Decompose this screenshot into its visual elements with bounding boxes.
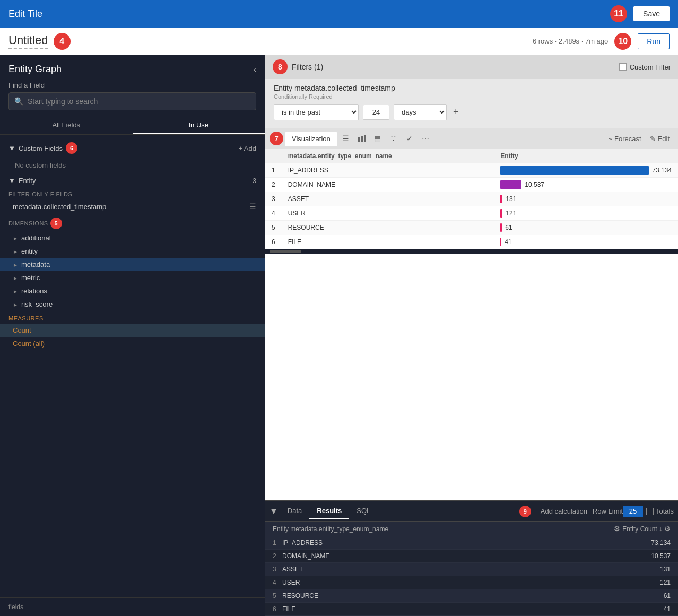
dimension-additional[interactable]: ►additional xyxy=(0,231,265,245)
timestamp-field[interactable]: metadata.collected_timestamp ☰ xyxy=(0,199,265,213)
viz-line-icon[interactable]: ▤ xyxy=(370,131,385,146)
filter-only-label: FILTER-ONLY FIELDS xyxy=(0,188,265,199)
dimension-relations[interactable]: ►relations xyxy=(0,284,265,298)
row-limit-input[interactable] xyxy=(623,506,643,517)
data-table-header: Entity metadata.entity_type_enum_name ⚙ … xyxy=(265,522,678,536)
row-bar: 61 xyxy=(494,221,678,235)
filter-controls: is in the past days + xyxy=(274,104,670,120)
viz-scatter-icon[interactable]: ∵ xyxy=(386,131,401,146)
tab-in-use[interactable]: In Use xyxy=(133,117,265,134)
dimension-metric-label: metric xyxy=(21,274,40,282)
edit-button[interactable]: ✎ Edit xyxy=(646,133,674,145)
dimension-metric[interactable]: ►metric xyxy=(0,271,265,284)
search-placeholder: Start typing to search xyxy=(28,97,98,106)
entity-label: Entity xyxy=(19,177,36,185)
chart-row: 6 FILE 41 xyxy=(265,235,678,249)
row-name: DOMAIN_NAME xyxy=(282,552,651,560)
dimension-risk-score-label: risk_score xyxy=(21,300,53,308)
bar-visual xyxy=(500,209,502,218)
dimension-metadata[interactable]: ►metadata xyxy=(0,258,265,271)
title-bar-right: 6 rows · 2.489s · 7m ago 10 Run xyxy=(533,33,670,50)
row-num: 4 xyxy=(265,206,282,221)
filter-value-input[interactable] xyxy=(363,105,389,120)
sidebar: Entity Graph ‹ Find a Field 🔍 Start typi… xyxy=(0,55,265,616)
tab-all-fields[interactable]: All Fields xyxy=(0,117,133,134)
viz-table-icon[interactable]: ☰ xyxy=(338,131,353,146)
dimension-entity[interactable]: ►entity xyxy=(0,245,265,258)
custom-filter-checkbox[interactable] xyxy=(619,63,627,71)
add-custom-field-button[interactable]: + Add xyxy=(238,144,256,152)
chart-row: 5 RESOURCE 61 xyxy=(265,221,678,235)
row-num: 1 xyxy=(265,163,282,178)
search-box[interactable]: 🔍 Start typing to search xyxy=(8,92,256,110)
col1-gear-icon[interactable]: ⚙ xyxy=(614,525,620,533)
dimension-relations-label: relations xyxy=(21,287,47,295)
viz-check-icon[interactable]: ✓ xyxy=(402,131,417,146)
filter-required: Conditionally Required xyxy=(274,93,670,100)
add-calculation-button[interactable]: Add calculation xyxy=(535,505,593,517)
row-name: USER xyxy=(282,206,494,221)
row-name: IP_ADDRESS xyxy=(282,163,494,178)
row-name: RESOURCE xyxy=(282,221,494,235)
badge-10: 10 xyxy=(614,33,631,50)
badge-6: 6 xyxy=(66,142,77,154)
tab-sql[interactable]: SQL xyxy=(349,504,378,519)
save-button[interactable]: Save xyxy=(633,6,670,21)
measure-count[interactable]: Count xyxy=(0,324,265,337)
filter-unit-select[interactable]: days xyxy=(394,104,447,120)
row-num: 6 xyxy=(273,605,282,613)
chart-col-value: Entity xyxy=(494,149,678,163)
measures-label: MEASURES xyxy=(0,311,265,324)
filter-name: Entity metadata.collected_timestamp xyxy=(274,84,670,92)
scroll-bar[interactable] xyxy=(270,250,301,253)
run-button[interactable]: Run xyxy=(638,33,670,49)
table-row: 1 IP_ADDRESS 73,134 xyxy=(265,536,678,550)
viz-more-icon[interactable]: ⋯ xyxy=(418,131,433,146)
row-bar: 73,134 xyxy=(494,163,678,178)
chevron-icon: ▼ xyxy=(8,144,15,152)
data-col1-header: Entity metadata.entity_type_enum_name xyxy=(273,525,614,533)
bar-visual xyxy=(500,195,502,203)
tab-data[interactable]: Data xyxy=(280,504,309,519)
main-layout: Entity Graph ‹ Find a Field 🔍 Start typi… xyxy=(0,55,678,616)
badge-4: 4 xyxy=(54,33,71,50)
bar-value: 121 xyxy=(506,210,516,217)
measure-count-all[interactable]: Count (all) xyxy=(0,337,265,350)
no-custom-fields: No custom fields xyxy=(0,157,265,173)
measure-count-label: Count xyxy=(13,326,31,334)
custom-fields-section[interactable]: ▼ Custom Fields 6 + Add xyxy=(0,139,265,157)
dimension-metadata-label: metadata xyxy=(21,261,50,268)
row-value: 61 xyxy=(664,592,671,600)
custom-filter-label: Custom Filter xyxy=(630,63,671,71)
row-num: 2 xyxy=(265,178,282,192)
row-name: FILE xyxy=(282,605,664,613)
chart-row: 1 IP_ADDRESS 73,134 xyxy=(265,163,678,178)
filters-title: Filters (1) xyxy=(292,63,323,71)
viz-tab-visualization[interactable]: Visualization xyxy=(285,132,337,146)
page-title: Edit Tile xyxy=(8,8,42,20)
row-name: USER xyxy=(282,579,660,586)
chart-area: metadata.entity_type_enum_name Entity 1 … xyxy=(265,149,678,500)
row-name: RESOURCE xyxy=(282,592,664,600)
entity-section-header[interactable]: ▼ Entity 3 xyxy=(0,173,265,188)
filter-icon: ☰ xyxy=(249,202,256,211)
col2-gear-icon[interactable]: ⚙ xyxy=(664,525,671,533)
row-value: 73,134 xyxy=(651,539,671,546)
viz-bar-icon[interactable] xyxy=(354,131,369,146)
tab-results[interactable]: Results xyxy=(309,504,349,519)
table-row: 4 USER 121 xyxy=(265,576,678,589)
tile-title[interactable]: Untitled xyxy=(8,33,48,49)
chart-col-name: metadata.entity_type_enum_name xyxy=(282,149,494,163)
collapse-icon[interactable]: ‹ xyxy=(254,65,256,74)
row-num: 4 xyxy=(273,579,282,586)
filter-add-button[interactable]: + xyxy=(453,107,459,118)
row-name: IP_ADDRESS xyxy=(282,539,651,546)
dimension-risk-score[interactable]: ►risk_score xyxy=(0,298,265,311)
totals-checkbox[interactable] xyxy=(646,508,654,515)
data-rows: 1 IP_ADDRESS 73,134 2 DOMAIN_NAME 10,537… xyxy=(265,536,678,616)
filter-condition-select[interactable]: is in the past xyxy=(274,104,359,120)
edit-label: Edit xyxy=(658,135,670,143)
svg-rect-2 xyxy=(364,135,366,142)
query-meta: 6 rows · 2.489s · 7m ago xyxy=(533,37,608,45)
forecast-button[interactable]: ~ Forecast xyxy=(604,133,645,145)
